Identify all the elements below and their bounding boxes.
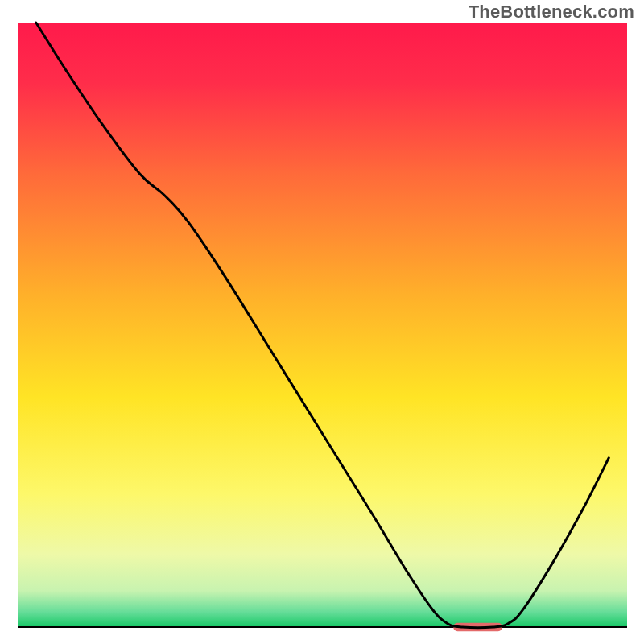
plot-background bbox=[18, 23, 627, 627]
chart-container: TheBottleneck.com bbox=[0, 0, 644, 644]
chart-svg bbox=[0, 0, 644, 644]
